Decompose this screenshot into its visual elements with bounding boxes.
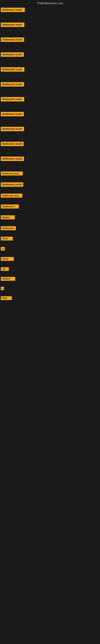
bottleneck-item: Bottleneck result xyxy=(0,140,100,147)
spacer xyxy=(0,282,100,286)
bottleneck-item: Bottleneck result xyxy=(0,155,100,162)
bottleneck-badge[interactable]: Bottleneck resu xyxy=(1,172,23,176)
bottleneck-item: Bottleneck xyxy=(0,225,100,232)
spacer xyxy=(0,221,100,225)
bottleneck-item: Bottleneck resu xyxy=(0,192,100,199)
bottleneck-badge[interactable]: Bottleneck xyxy=(1,226,16,230)
bottleneck-item: Bottl xyxy=(0,295,100,301)
spacer xyxy=(0,73,100,81)
bottleneck-badge[interactable]: Bottleneck result xyxy=(1,82,24,86)
spacer xyxy=(0,188,100,192)
bottleneck-item: Bottleneck result xyxy=(0,66,100,73)
bottleneck-badge[interactable]: Bottleneck resu xyxy=(1,194,22,198)
spacer xyxy=(0,14,100,21)
spacer xyxy=(0,262,100,266)
bottleneck-item: B xyxy=(0,246,100,252)
bottleneck-item: Bottlen xyxy=(0,214,100,220)
bottleneck-item: Bottleneck result xyxy=(0,36,100,43)
bottleneck-item: Bottleneck result xyxy=(0,51,100,58)
bottleneck-badge[interactable]: Bot xyxy=(1,267,9,271)
bottleneck-badge[interactable]: Bottleneck result xyxy=(1,52,24,57)
spacer xyxy=(0,44,100,51)
spacer xyxy=(0,292,100,295)
bottleneck-item: Bottleneck r xyxy=(0,203,100,210)
bottleneck-badge[interactable]: Bottle xyxy=(1,257,14,261)
spacer xyxy=(0,177,100,181)
spacer xyxy=(0,148,100,155)
spacer xyxy=(0,232,100,236)
bottleneck-badge[interactable]: Bottlen xyxy=(1,215,15,219)
bottleneck-item: Bottleneck resu xyxy=(0,170,100,177)
bottleneck-item: B xyxy=(0,286,100,292)
bottleneck-item: Bottleneck result xyxy=(0,126,100,132)
spacer xyxy=(0,252,100,256)
spacer xyxy=(0,88,100,96)
spacer xyxy=(0,58,100,66)
spacer xyxy=(0,162,100,170)
spacer xyxy=(0,210,100,214)
bottleneck-item: Bottleneck result xyxy=(0,96,100,103)
bottleneck-badge[interactable]: Bottleneck result xyxy=(1,8,25,12)
spacer xyxy=(0,103,100,111)
bottleneck-item: Bot xyxy=(0,266,100,272)
spacer xyxy=(0,28,100,36)
bottleneck-item: Bottleneck result xyxy=(0,181,100,188)
bottleneck-item: Bottleneck result xyxy=(0,21,100,28)
bottleneck-badge[interactable]: Bottlene xyxy=(1,277,15,281)
bottleneck-badge[interactable]: Bottleneck result xyxy=(1,156,24,161)
spacer xyxy=(0,118,100,126)
spacer xyxy=(0,302,100,305)
bottom-spacer xyxy=(0,305,100,546)
bottleneck-item: Bottlene xyxy=(0,276,100,282)
bottleneck-badge[interactable]: Bottleneck result xyxy=(1,112,24,116)
bottleneck-badge[interactable]: Bottle xyxy=(1,237,13,240)
site-title: TheBottlenecker.com xyxy=(0,0,100,6)
spacer xyxy=(0,272,100,276)
bottleneck-badge[interactable]: Bottleneck result xyxy=(1,142,24,146)
bottleneck-badge[interactable]: Bottleneck result xyxy=(1,97,24,102)
bottleneck-item: Bottle xyxy=(0,236,100,242)
site-title-text: TheBottlenecker.com xyxy=(37,2,63,5)
bottleneck-item: Bottleneck result xyxy=(0,6,100,13)
bottleneck-item: Bottle xyxy=(0,256,100,262)
bottleneck-badge[interactable]: B xyxy=(1,247,5,250)
bottleneck-badge[interactable]: Bottleneck r xyxy=(1,204,19,208)
bottleneck-badge[interactable]: Bottleneck result xyxy=(1,38,24,42)
bottleneck-badge[interactable]: Bottleneck result xyxy=(1,22,24,27)
bottleneck-item: Bottleneck result xyxy=(0,111,100,118)
bottleneck-badge[interactable]: Bottleneck result xyxy=(1,67,24,72)
bottleneck-badge[interactable]: Bottleneck result xyxy=(1,182,23,187)
spacer xyxy=(0,199,100,203)
spacer xyxy=(0,242,100,246)
bottleneck-badge[interactable]: Bottl xyxy=(1,296,12,300)
spacer xyxy=(0,133,100,140)
bottleneck-badge[interactable]: Bottleneck result xyxy=(1,127,24,131)
bottleneck-badge[interactable]: B xyxy=(1,287,4,290)
bottleneck-item: Bottleneck result xyxy=(0,81,100,88)
